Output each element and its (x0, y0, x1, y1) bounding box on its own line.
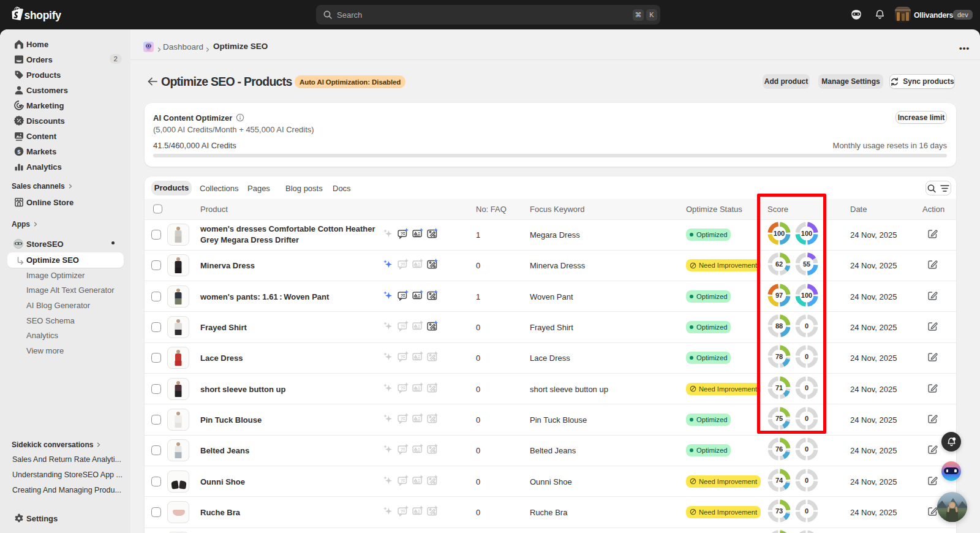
svg-text:?: ? (401, 293, 404, 298)
svg-text:76: 76 (775, 445, 783, 453)
svg-text:shopify: shopify (24, 9, 62, 21)
svg-text:?: ? (401, 478, 404, 483)
svg-text:?: ? (401, 262, 404, 267)
svg-text:?: ? (401, 385, 404, 391)
svg-text:0: 0 (805, 477, 809, 484)
svg-text:$: $ (17, 148, 21, 155)
svg-text:?: ? (401, 231, 404, 236)
svg-text:?: ? (401, 416, 404, 421)
svg-text:0: 0 (805, 507, 809, 515)
svg-text:?: ? (401, 447, 404, 452)
svg-text:?: ? (401, 323, 404, 329)
svg-text:?: ? (401, 354, 404, 360)
svg-text:?: ? (401, 508, 404, 514)
svg-text:0: 0 (805, 445, 809, 453)
svg-text:74: 74 (775, 477, 783, 484)
svg-text:73: 73 (775, 507, 783, 515)
